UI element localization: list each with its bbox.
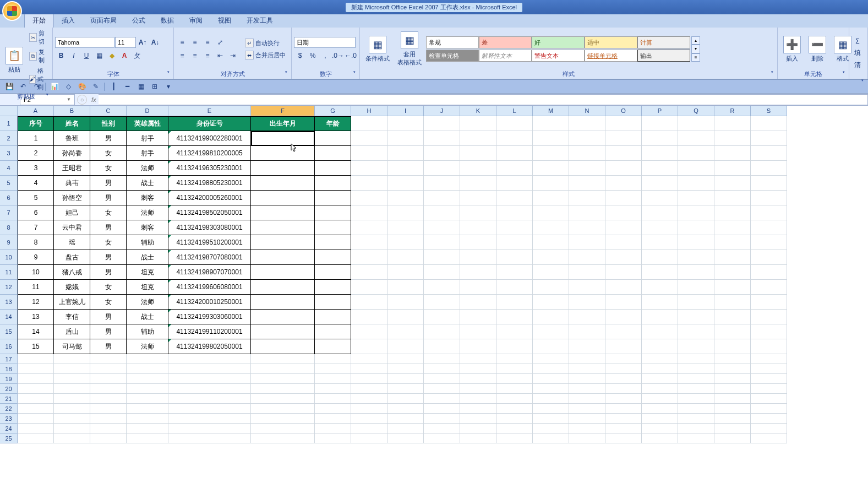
cell-H6[interactable] (351, 191, 387, 205)
cell-Q8[interactable] (678, 220, 714, 235)
cell-J23[interactable] (424, 414, 460, 424)
cell-M21[interactable] (533, 394, 569, 404)
cell-M17[interactable] (533, 354, 569, 364)
cell-B23[interactable] (54, 414, 90, 424)
cell-I17[interactable] (387, 354, 424, 364)
col-header-H[interactable]: H (351, 106, 387, 116)
cell-B22[interactable] (54, 404, 90, 414)
cell-D23[interactable] (127, 414, 168, 424)
cell-Q13[interactable] (678, 295, 714, 310)
cell-P23[interactable] (642, 414, 678, 424)
cell-O6[interactable] (605, 191, 642, 205)
cell-B15[interactable]: 盾山 (54, 324, 90, 339)
qa-style-button[interactable]: ✎ (90, 81, 102, 92)
cell-F24[interactable] (251, 424, 315, 433)
cell-D16[interactable]: 法师 (127, 339, 168, 354)
cell-I25[interactable] (387, 433, 424, 443)
cell-P7[interactable] (642, 205, 678, 220)
cell-H12[interactable] (351, 280, 387, 295)
cell-F15[interactable] (251, 324, 315, 339)
cell-O5[interactable] (605, 176, 642, 191)
style-warn[interactable]: 警告文本 (532, 50, 585, 62)
cell-L2[interactable] (496, 131, 533, 146)
cell-O8[interactable] (605, 220, 642, 235)
cell-N11[interactable] (569, 265, 605, 280)
cell-Q20[interactable] (678, 384, 714, 394)
style-neutral[interactable]: 适中 (585, 36, 637, 48)
conditional-format-button[interactable]: ▦ 条件格式 (362, 35, 393, 64)
cell-F2[interactable] (251, 131, 315, 146)
grow-font-button[interactable]: A↑ (137, 37, 149, 48)
cell-C17[interactable] (90, 354, 127, 364)
cell-G12[interactable] (315, 280, 351, 295)
cell-P13[interactable] (642, 295, 678, 310)
cell-A12[interactable]: 11 (18, 280, 54, 295)
cell-H24[interactable] (351, 424, 387, 433)
cell-E25[interactable] (168, 433, 251, 443)
cell-E24[interactable] (168, 424, 251, 433)
cell-G3[interactable] (315, 146, 351, 161)
phonetic-button[interactable]: 攵 (131, 50, 143, 61)
cell-G2[interactable] (315, 131, 351, 146)
row-header-17[interactable]: 17 (0, 354, 18, 364)
style-link[interactable]: 链接单元格 (585, 50, 637, 62)
cell-Q11[interactable] (678, 265, 714, 280)
cell-H2[interactable] (351, 131, 387, 146)
cell-K7[interactable] (460, 205, 496, 220)
row-header-5[interactable]: 5 (0, 176, 18, 191)
cell-L21[interactable] (496, 394, 533, 404)
cell-S10[interactable] (751, 250, 787, 265)
align-left-button[interactable]: ≡ (176, 50, 188, 61)
tab-开发工具[interactable]: 开发工具 (239, 14, 281, 28)
cell-D14[interactable]: 战士 (127, 310, 168, 324)
cell-O22[interactable] (605, 404, 642, 414)
table-format-button[interactable]: ▦ 套用 表格格式 (394, 30, 425, 68)
cell-R25[interactable] (714, 433, 751, 443)
cell-J25[interactable] (424, 433, 460, 443)
cell-H18[interactable] (351, 364, 387, 374)
cell-M6[interactable] (533, 191, 569, 205)
cell-A5[interactable]: 4 (18, 176, 54, 191)
cell-H25[interactable] (351, 433, 387, 443)
cell-M23[interactable] (533, 414, 569, 424)
cell-J7[interactable] (424, 205, 460, 220)
cell-C13[interactable]: 女 (90, 295, 127, 310)
cell-R20[interactable] (714, 384, 751, 394)
cell-H8[interactable] (351, 220, 387, 235)
cell-C5[interactable]: 男 (90, 176, 127, 191)
cell-A21[interactable] (18, 394, 54, 404)
copy-button[interactable]: ⧉复制 (28, 47, 50, 65)
cell-H4[interactable] (351, 161, 387, 176)
fx-icon[interactable]: fx (89, 96, 99, 103)
cell-P9[interactable] (642, 235, 678, 250)
tab-数据[interactable]: 数据 (153, 14, 182, 28)
col-header-Q[interactable]: Q (678, 106, 714, 116)
cell-O15[interactable] (605, 324, 642, 339)
cell-N4[interactable] (569, 161, 605, 176)
cell-H22[interactable] (351, 404, 387, 414)
fill-button[interactable]: 填 (851, 48, 864, 59)
cell-E22[interactable] (168, 404, 251, 414)
cell-P1[interactable] (642, 116, 678, 131)
style-output[interactable]: 输出 (637, 50, 690, 62)
cut-button[interactable]: ✂剪切 (28, 29, 50, 46)
cell-A8[interactable]: 7 (18, 220, 54, 235)
cell-G22[interactable] (315, 404, 351, 414)
cell-S9[interactable] (751, 235, 787, 250)
row-header-12[interactable]: 12 (0, 280, 18, 295)
cell-Q15[interactable] (678, 324, 714, 339)
cell-M15[interactable] (533, 324, 569, 339)
cell-H10[interactable] (351, 250, 387, 265)
cell-F14[interactable] (251, 310, 315, 324)
cell-C9[interactable]: 女 (90, 235, 127, 250)
cell-F16[interactable] (251, 339, 315, 354)
cell-O1[interactable] (605, 116, 642, 131)
cell-E15[interactable]: 411324199110200001 (168, 324, 251, 339)
cell-S11[interactable] (751, 265, 787, 280)
cell-P4[interactable] (642, 161, 678, 176)
cell-P16[interactable] (642, 339, 678, 354)
cell-G25[interactable] (315, 433, 351, 443)
cell-S25[interactable] (751, 433, 787, 443)
cell-J6[interactable] (424, 191, 460, 205)
cell-K23[interactable] (460, 414, 496, 424)
